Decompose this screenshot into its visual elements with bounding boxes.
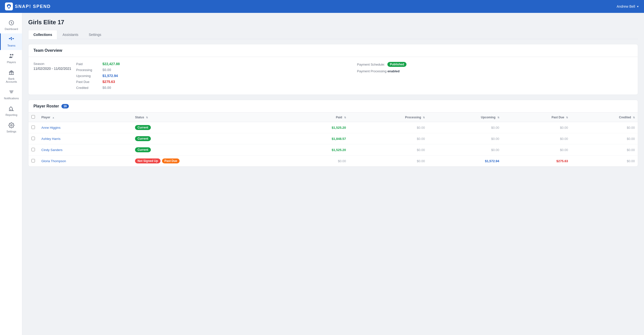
fin-label-paid: Paid (76, 62, 98, 66)
table-cell: $0.00 (571, 144, 638, 155)
sort-past-due-icon: ⇅ (566, 116, 568, 119)
table-cell: $0.00 (571, 155, 638, 167)
status-badge: Past Due (162, 158, 180, 163)
payment-schedule-row: Payment Schedule: Published (357, 62, 633, 67)
season-label: Season (34, 62, 71, 66)
sort-status-icon: ⇅ (146, 116, 148, 119)
payment-processing-label: Payment Processing (357, 69, 386, 73)
row-checkbox-2[interactable] (32, 148, 35, 151)
teams-icon (8, 36, 14, 43)
sort-player-icon: ▲ (52, 116, 54, 119)
table-row: Gloria ThompsonNot Signed UpPast Due$0.0… (28, 155, 638, 167)
sort-processing-icon: ⇅ (423, 116, 425, 119)
financial-row-credited: Credited $0.00 (76, 86, 352, 90)
user-menu[interactable]: Andrew Bell ▼ (616, 4, 639, 8)
player-link-1[interactable]: Ashley Harris (41, 137, 60, 141)
th-processing[interactable]: Processing ⇅ (349, 113, 428, 122)
tab-settings[interactable]: Settings (84, 30, 106, 39)
svg-rect-5 (11, 39, 12, 40)
tab-collections[interactable]: Collections (28, 30, 57, 39)
status-badge: Current (135, 147, 150, 152)
notifications-icon (8, 89, 14, 96)
player-link-2[interactable]: Cindy Sanders (41, 148, 62, 152)
chevron-down-icon: ▼ (636, 5, 639, 8)
table-cell: $1,848.57 (287, 133, 349, 144)
season-info: Season 11/02/2020 - 11/02/2021 (34, 62, 71, 70)
player-link-0[interactable]: Anne Higgins (41, 126, 60, 129)
fin-label-credited: Credited (76, 86, 98, 90)
table-cell: $0.00 (287, 155, 349, 167)
payment-info: Payment Schedule: Published Payment Proc… (357, 62, 633, 73)
svg-rect-4 (13, 38, 14, 39)
settings-icon (8, 122, 14, 129)
th-checkbox (28, 113, 38, 122)
top-navigation: SNAP! SPEND Andrew Bell ▼ (0, 0, 644, 13)
th-credited[interactable]: Credited ⇅ (571, 113, 638, 122)
table-cell: $0.00 (349, 122, 428, 133)
roster-table: Player ▲ Status ⇅ Paid ⇅ Processing (28, 113, 638, 166)
svg-point-11 (12, 54, 14, 55)
sort-upcoming-icon: ⇅ (497, 116, 499, 119)
sidebar-item-reporting[interactable]: Reporting (0, 103, 22, 119)
sidebar-item-notifications[interactable]: Notifications (0, 86, 22, 103)
financial-row-processing: Processing $0.00 (76, 68, 352, 72)
payment-schedule-label: Payment Schedule: (357, 63, 385, 66)
th-paid[interactable]: Paid ⇅ (287, 113, 349, 122)
app-name: SNAP! SPEND (15, 4, 51, 9)
fin-label-upcoming: Upcoming (76, 74, 98, 78)
th-status[interactable]: Status ⇅ (132, 113, 287, 122)
player-link-3[interactable]: Gloria Thompson (41, 159, 66, 163)
roster-header: Player Roster 16 (28, 100, 638, 113)
financial-row-upcoming: Upcoming $1,572.94 (76, 74, 352, 78)
th-player[interactable]: Player ▲ (38, 113, 132, 122)
table-header-row: Player ▲ Status ⇅ Paid ⇅ Processing (28, 113, 638, 122)
status-badges-cell: Current (135, 136, 284, 141)
status-badge: Not Signed Up (135, 158, 160, 163)
status-badge: Current (135, 136, 150, 141)
table-cell: $0.00 (502, 144, 571, 155)
bank-icon (8, 70, 14, 76)
fin-value-processing: $0.00 (102, 68, 111, 72)
sidebar-item-settings[interactable]: Settings (0, 119, 22, 136)
fin-value-credited: $0.00 (102, 86, 111, 90)
financial-row-paid: Paid $22,427.88 (76, 62, 352, 66)
sidebar-label-players: Players (7, 61, 16, 64)
row-checkbox-0[interactable] (32, 126, 35, 129)
sort-credited-icon: ⇅ (633, 116, 635, 119)
fin-value-past-due: $275.63 (102, 80, 115, 84)
table-cell: $1,525.20 (287, 122, 349, 133)
team-overview-card: Team Overview Season 11/02/2020 - 11/02/… (28, 44, 638, 95)
fin-value-paid: $22,427.88 (102, 62, 120, 66)
page-tabs: Collections Assistants Settings (28, 30, 638, 39)
table-cell: $0.00 (428, 144, 502, 155)
table-cell: $0.00 (502, 122, 571, 133)
table-cell: $0.00 (349, 155, 428, 167)
financial-row-past-due: Past Due $275.63 (76, 80, 352, 84)
main-content: Girls Elite 17 Collections Assistants Se… (22, 13, 644, 335)
payment-processing-info: Payment Processing enabled (357, 69, 633, 73)
table-row: Ashley HarrisCurrent$1,848.57$0.00$0.00$… (28, 133, 638, 144)
fin-value-upcoming: $1,572.94 (102, 74, 118, 78)
sidebar-item-players[interactable]: Players (0, 50, 22, 67)
table-cell: $0.00 (502, 133, 571, 144)
sort-paid-icon: ⇅ (344, 116, 346, 119)
table-cell: $1,525.20 (287, 144, 349, 155)
table-row: Anne HigginsCurrent$1,525.20$0.00$0.00$0… (28, 122, 638, 133)
th-past-due[interactable]: Past Due ⇅ (502, 113, 571, 122)
tab-assistants[interactable]: Assistants (57, 30, 84, 39)
table-cell: $0.00 (349, 144, 428, 155)
th-upcoming[interactable]: Upcoming ⇅ (428, 113, 502, 122)
team-overview-body: Season 11/02/2020 - 11/02/2021 Paid $22,… (28, 57, 638, 95)
sidebar-item-dashboard[interactable]: Dashboard (0, 17, 22, 33)
snap-logo-icon (5, 2, 13, 10)
sidebar-label-settings: Settings (6, 130, 16, 133)
select-all-checkbox[interactable] (32, 115, 35, 119)
sidebar-item-teams[interactable]: Teams (0, 33, 22, 50)
sidebar-item-bank-accounts[interactable]: Bank Accounts (0, 67, 22, 86)
sidebar-label-dashboard: Dashboard (5, 27, 18, 30)
table-row: Cindy SandersCurrent$1,525.20$0.00$0.00$… (28, 144, 638, 155)
row-checkbox-1[interactable] (32, 137, 35, 140)
table-cell: $0.00 (571, 133, 638, 144)
row-checkbox-3[interactable] (32, 159, 35, 162)
roster-count-badge: 16 (62, 104, 68, 108)
